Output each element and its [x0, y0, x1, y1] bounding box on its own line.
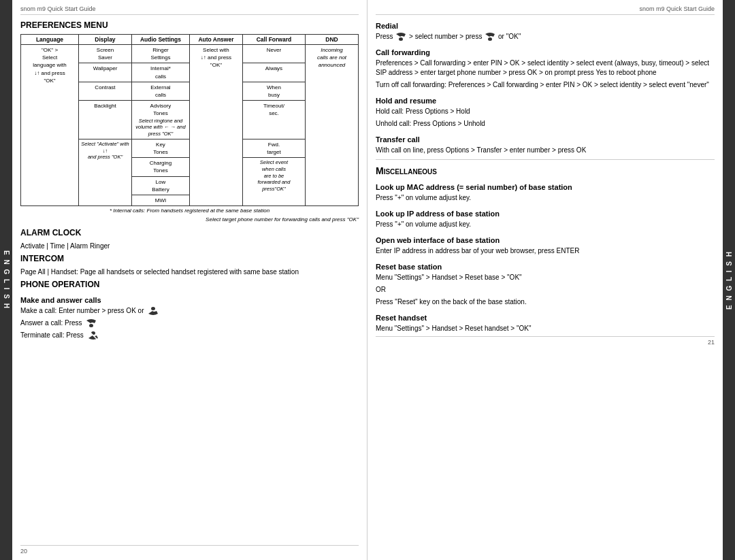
hold-body1: Hold call: Press Options > Hold [376, 107, 715, 116]
pref-table-footer-row: * Internal calls: From handsets register… [21, 206, 359, 216]
preferences-menu-title: Preferences Menu [20, 20, 359, 30]
misc-title: Miscellaneous [376, 165, 715, 176]
reset-base-section: Reset base station Menu "Settings" > Han… [376, 263, 715, 307]
call-icon [147, 307, 159, 315]
left-page-footer: 20 [20, 545, 359, 555]
hold-resume-title: Hold and resume [376, 97, 715, 105]
right-side-tab: E N G L I S H [723, 0, 735, 560]
phone-operation-section: Phone Operation Make and answer calls Ma… [20, 280, 359, 343]
right-page-header: snom m9 Quick Start Guide [376, 5, 715, 15]
end-call-icon [87, 331, 99, 340]
display-contrast: Contrast [79, 82, 132, 100]
left-page-header: snom m9 Quick Start Guide [20, 5, 359, 15]
right-page-footer: 21 [376, 336, 715, 346]
col-header-call-forward: Call Forward [242, 35, 305, 45]
col-header-dnd: DND [306, 35, 359, 45]
ip-address-title: Look up IP address of base station [376, 210, 715, 218]
internal-calls-note: * Internal calls: From handsets register… [21, 206, 359, 216]
miscellaneous-section: Miscellaneous Look up MAC address (= ser… [376, 165, 715, 333]
display-screensaver: ScreenSaver [79, 45, 132, 63]
select-target-note: Select target phone number for forwardin… [20, 216, 359, 223]
col-header-auto-answer: Auto Answer [189, 35, 242, 45]
reset-base-or: OR [376, 285, 715, 295]
alarm-clock-body: Activate | Time | Alarm Ringer [20, 242, 359, 251]
reset-base-line3: Press "Reset" key on the back of the bas… [376, 297, 715, 307]
hold-body2: Unhold call: Press Options > Unhold [376, 119, 715, 129]
display-wallpaper: Wallpaper [79, 63, 132, 82]
col-header-audio: Audio Settings [131, 35, 189, 45]
alarm-clock-section: Alarm Clock Activate | Time | Alarm Ring… [20, 228, 359, 254]
answer-call-line: Answer a call: Press [20, 318, 359, 328]
answer-icon [85, 319, 97, 327]
call-forwarding-body2: Turn off call forwarding: Preferences > … [376, 80, 715, 90]
alarm-clock-title: Alarm Clock [20, 228, 359, 237]
dnd-cell: Incomingcalls are notannounced [306, 45, 359, 206]
reset-handset-body: Menu "Settings" > Handset > Reset handse… [376, 324, 715, 333]
call-fwd-timeout: Timeout/sec. [242, 101, 305, 139]
right-panel: snom m9 Quick Start Guide Redial Press >… [368, 0, 723, 560]
redial-press-icon [484, 33, 496, 41]
audio-external: Externalcalls [131, 82, 189, 100]
auto-answer-cell: Select with↓↑ and press"OK" [189, 45, 242, 206]
reset-base-line1: Menu "Settings" > Handset > Reset base >… [376, 273, 715, 282]
intercom-body: Page All | Handset: Page all handsets or… [20, 267, 359, 277]
ip-address-body: Press "+" on volume adjust key. [376, 220, 715, 229]
intercom-section: Intercom Page All | Handset: Page all ha… [20, 254, 359, 280]
web-interface-title: Open web interface of base station [376, 236, 715, 244]
redial-title: Redial [376, 22, 715, 30]
display-backlight: Backlight [79, 101, 132, 139]
redial-section: Redial Press > select number > press or … [376, 22, 715, 42]
web-interface-section: Open web interface of base station Enter… [376, 236, 715, 256]
redial-call-icon [395, 33, 407, 41]
call-forwarding-title: Call forwarding [376, 48, 715, 56]
audio-charging: ChargingTones [131, 158, 189, 176]
audio-low-battery: LowBattery [131, 176, 189, 195]
left-panel: snom m9 Quick Start Guide Preferences Me… [12, 0, 368, 560]
table-header-row: Language Display Audio Settings Auto Ans… [21, 35, 359, 45]
svg-rect-1 [89, 324, 93, 327]
make-call-line: Make a call: Enter number > press OK or [20, 306, 359, 316]
divider [376, 159, 715, 160]
intercom-title: Intercom [20, 254, 359, 263]
svg-rect-4 [399, 37, 403, 41]
call-fwd-target: Fwd.target [242, 139, 305, 157]
transfer-call-body: With call on line, press Options > Trans… [376, 146, 715, 155]
mac-address-body: Press "+" on volume adjust key. [376, 193, 715, 203]
preferences-diagram: Language Display Audio Settings Auto Ans… [20, 34, 359, 223]
audio-ringer: RingerSettings [131, 45, 189, 63]
preferences-table: Language Display Audio Settings Auto Ans… [20, 34, 359, 215]
mac-address-section: Look up MAC address (= serial number) of… [376, 183, 715, 203]
audio-mwi: MWI [131, 195, 189, 205]
svg-rect-0 [151, 307, 155, 310]
call-fwd-always: Always [242, 63, 305, 82]
ip-address-section: Look up IP address of base station Press… [376, 210, 715, 229]
col-header-language: Language [21, 35, 79, 45]
reset-handset-section: Reset handset Menu "Settings" > Handset … [376, 314, 715, 333]
web-interface-body: Enter IP address in address bar of your … [376, 246, 715, 256]
reset-base-title: Reset base station [376, 263, 715, 271]
transfer-call-title: Transfer call [376, 135, 715, 144]
hold-resume-section: Hold and resume Hold call: Press Options… [376, 97, 715, 129]
col-header-display: Display [79, 35, 132, 45]
make-answer-title: Make and answer calls [20, 296, 359, 304]
audio-internal: Internal*calls [131, 63, 189, 82]
call-forwarding-section: Call forwarding Preferences > Call forwa… [376, 48, 715, 90]
mac-address-title: Look up MAC address (= serial number) of… [376, 183, 715, 191]
transfer-call-section: Transfer call With call on line, press O… [376, 135, 715, 155]
svg-rect-5 [488, 37, 492, 41]
audio-advisory: AdvisoryTones Select ringtone and volume… [131, 101, 189, 139]
display-note-cell: Select "Activate" with ↓↑and press "OK" [79, 139, 132, 205]
phone-operation-title: Phone Operation [20, 280, 359, 289]
reset-handset-title: Reset handset [376, 314, 715, 322]
terminate-call-line: Terminate call: Press [20, 331, 359, 340]
audio-key-tones: KeyTones [131, 139, 189, 157]
call-forwarding-body1: Preferences > Call forwarding > enter PI… [376, 59, 715, 78]
pref-table-row-1: "OK" >Selectlanguage with↓↑ and press"OK… [21, 45, 359, 63]
call-fwd-select-event: Select eventwhen callsare to beforwarded… [242, 158, 305, 206]
call-fwd-never: Never [242, 45, 305, 63]
redial-body: Press > select number > press or "OK" [376, 32, 715, 42]
lang-cell: "OK" >Selectlanguage with↓↑ and press"OK… [21, 45, 79, 206]
left-side-tab: E N G L I S H [0, 0, 12, 560]
call-fwd-when-busy: Whenbusy [242, 82, 305, 100]
